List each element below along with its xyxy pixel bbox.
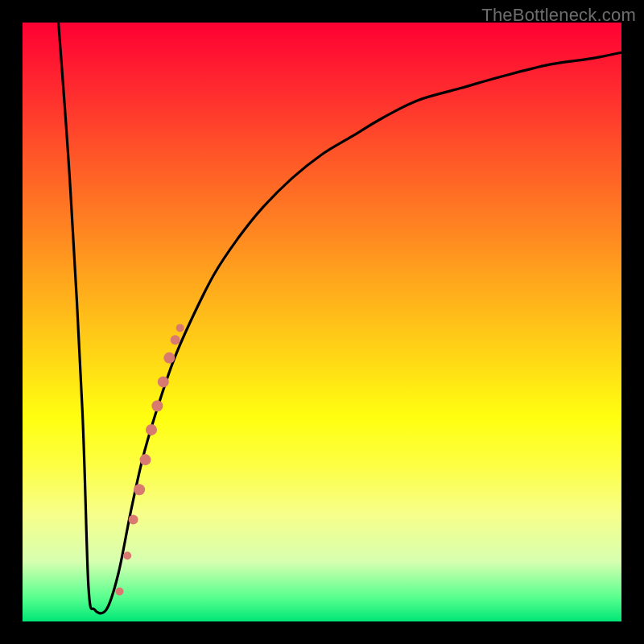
data-dot: [163, 353, 175, 364]
bottleneck-curve: [59, 23, 621, 613]
data-dots: [116, 324, 184, 595]
data-dot: [146, 424, 157, 436]
data-dot: [116, 588, 124, 596]
data-dot: [140, 454, 151, 465]
data-dot: [176, 324, 184, 332]
chart-svg: [23, 23, 621, 621]
data-dot: [129, 515, 138, 525]
data-dot: [123, 551, 131, 559]
data-dot: [158, 376, 169, 387]
watermark-text: TheBottleneck.com: [481, 5, 636, 26]
plot-area: [23, 23, 621, 621]
chart-frame: TheBottleneck.com: [0, 0, 644, 644]
data-dot: [151, 400, 163, 411]
data-dot: [171, 335, 180, 345]
data-dot: [134, 484, 145, 495]
